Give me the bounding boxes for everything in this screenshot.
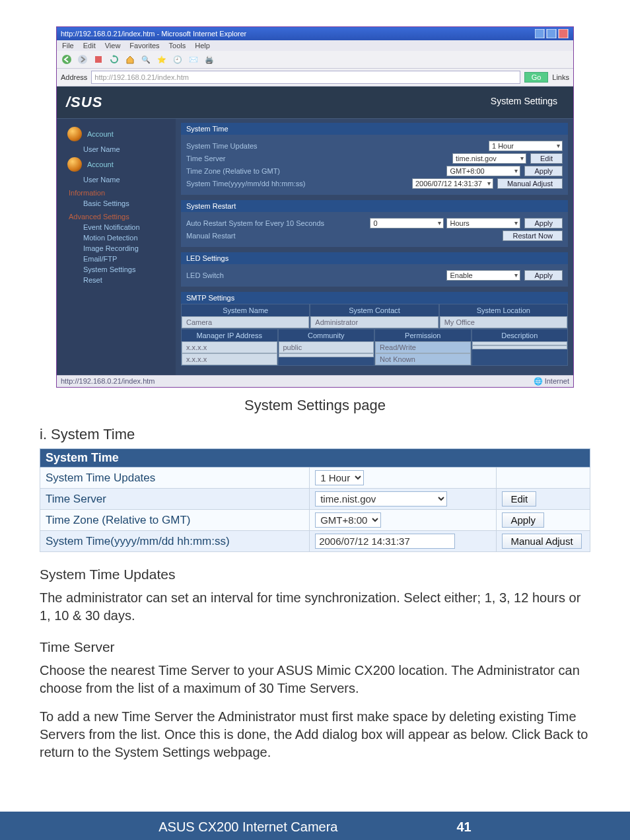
- sidebar-item-motion[interactable]: Motion Detection: [63, 232, 176, 243]
- menu-edit[interactable]: Edit: [83, 42, 96, 50]
- manual-adjust-button[interactable]: Manual Adjust: [497, 178, 563, 189]
- menu-file[interactable]: File: [62, 42, 74, 50]
- svg-point-4: [78, 55, 87, 64]
- window-buttons[interactable]: [535, 29, 569, 38]
- apply-button[interactable]: Apply: [502, 512, 544, 528]
- sidebar-label: Account: [87, 130, 114, 138]
- links-label[interactable]: Links: [552, 73, 569, 81]
- content: System Time System Time Updates1 Hour Ti…: [176, 119, 573, 375]
- address-input[interactable]: [91, 71, 520, 84]
- panel-led: LED Settings LED SwitchEnableApply: [181, 252, 568, 287]
- home-icon[interactable]: [124, 53, 136, 65]
- sidebar-item-system[interactable]: System Settings: [63, 264, 176, 275]
- favorites-icon[interactable]: ⭐: [156, 53, 168, 65]
- orb-icon: [67, 127, 82, 141]
- manual-adjust-button[interactable]: Manual Adjust: [502, 534, 581, 549]
- select-system-time-updates[interactable]: 1 Hour: [315, 470, 364, 485]
- search-icon[interactable]: 🔍: [140, 53, 152, 65]
- section-heading-system-time: i. System Time: [40, 426, 590, 443]
- panel-title: System Restart: [181, 200, 568, 212]
- input-system-time[interactable]: [315, 534, 455, 549]
- address-bar-row: Address Go Links: [57, 69, 573, 87]
- select-restart-unit[interactable]: Hours: [446, 218, 520, 228]
- mail-icon[interactable]: ✉️: [188, 53, 199, 65]
- refresh-icon[interactable]: [108, 53, 120, 65]
- apply-button[interactable]: Apply: [524, 270, 563, 281]
- sidebar-item-image[interactable]: Image Recording: [63, 243, 176, 254]
- back-icon[interactable]: [61, 53, 73, 65]
- apply-button[interactable]: Apply: [524, 166, 563, 176]
- menu-tools[interactable]: Tools: [169, 42, 186, 50]
- select-led[interactable]: Enable: [446, 270, 520, 281]
- sidebar-sub-1[interactable]: User Name: [63, 144, 176, 155]
- apply-button[interactable]: Apply: [524, 218, 563, 228]
- select-time-server[interactable]: time.nist.gov: [315, 491, 447, 507]
- select-server[interactable]: time.nist.gov: [452, 153, 526, 164]
- sidebar-group-advanced: Advanced Settings: [63, 209, 176, 222]
- go-button[interactable]: Go: [524, 72, 549, 83]
- sidebar-item-account-2[interactable]: Account: [63, 155, 176, 174]
- select-time-zone[interactable]: GMT+8:00: [315, 512, 381, 528]
- statusbar: http://192.168.0.21/index.htm 🌐 Internet: [57, 375, 573, 387]
- system-time-table: System Time System Time Updates 1 Hour T…: [40, 448, 590, 552]
- select-restart-n[interactable]: 0: [370, 218, 444, 228]
- svg-point-3: [62, 55, 71, 64]
- paragraph: The administrator can set an interval fo…: [40, 589, 590, 625]
- cell[interactable]: x.x.x.x: [182, 353, 277, 365]
- lbl: Manual Restart: [186, 232, 338, 240]
- browser-window: http://192.168.0.21/index.htm - Microsof…: [56, 26, 574, 388]
- row-label: System Time Updates: [40, 468, 310, 489]
- page-number: 41: [457, 820, 472, 835]
- svg-rect-0: [535, 29, 544, 38]
- lbl: System Time(yyyy/mm/dd hh:mm:ss): [186, 180, 338, 188]
- sidebar-sub-2[interactable]: User Name: [63, 174, 176, 185]
- cell[interactable]: x.x.x.x: [182, 341, 277, 353]
- panel-title: LED Settings: [181, 252, 568, 264]
- window-title: http://192.168.0.21/index.htm - Microsof…: [61, 30, 246, 38]
- input-time[interactable]: 2006/07/12 14:31:37: [412, 178, 493, 189]
- lbl: Auto Restart System for Every 10 Seconds: [186, 219, 338, 227]
- sidebar: Account User Name Account User Name Info…: [57, 119, 176, 375]
- sidebar-item-reset[interactable]: Reset: [63, 275, 176, 285]
- cell[interactable]: Camera: [182, 316, 309, 328]
- stop-icon[interactable]: [92, 53, 104, 65]
- menu-help[interactable]: Help: [195, 42, 210, 50]
- col-head: Permission: [375, 330, 471, 341]
- cell[interactable]: My Office: [440, 316, 567, 328]
- panel-title: System Time: [181, 123, 568, 135]
- sidebar-item-email[interactable]: Email/FTP: [63, 254, 176, 264]
- sidebar-item-event[interactable]: Event Notification: [63, 222, 176, 232]
- browser-titlebar: http://192.168.0.21/index.htm - Microsof…: [57, 27, 573, 40]
- cell[interactable]: Administrator: [310, 316, 438, 328]
- sidebar-item-basic[interactable]: Basic Settings: [63, 198, 176, 209]
- sidebar-item-account-1[interactable]: Account: [63, 124, 176, 144]
- select-updates[interactable]: 1 Hour: [489, 141, 563, 151]
- panel-smtp: SMTP Settings System NameCamera System C…: [181, 292, 568, 366]
- address-label: Address: [61, 73, 87, 81]
- paragraph: To add a new Time Server the Administrat…: [40, 708, 590, 761]
- browser-menubar: File Edit View Favorites Tools Help: [57, 40, 573, 51]
- cell[interactable]: Not Known: [375, 353, 471, 365]
- svg-rect-2: [559, 29, 568, 38]
- menu-view[interactable]: View: [105, 42, 121, 50]
- panel-system-time: System Time System Time Updates1 Hour Ti…: [181, 123, 568, 195]
- cell[interactable]: [279, 353, 374, 357]
- browser-toolbar: 🔍 ⭐ 🕘 ✉️ 🖨️: [57, 51, 573, 69]
- col-head: System Location: [440, 304, 567, 316]
- cell[interactable]: [472, 345, 568, 349]
- restart-now-button[interactable]: Restart Now: [503, 230, 563, 241]
- menu-fav[interactable]: Favorites: [129, 42, 159, 50]
- panel-system-restart: System Restart Auto Restart System for E…: [181, 200, 568, 247]
- cell[interactable]: Read/Write: [375, 341, 471, 353]
- forward-icon[interactable]: [77, 53, 88, 65]
- print-icon[interactable]: 🖨️: [203, 53, 215, 65]
- select-tz[interactable]: GMT+8:00: [446, 166, 520, 176]
- status-left: http://192.168.0.21/index.htm: [61, 377, 155, 386]
- edit-button[interactable]: Edit: [502, 491, 536, 507]
- lbl: System Time Updates: [186, 142, 338, 150]
- sidebar-group-info: Information: [63, 185, 176, 198]
- table-title: System Time: [40, 449, 590, 468]
- history-icon[interactable]: 🕘: [172, 53, 184, 65]
- cell[interactable]: public: [279, 341, 374, 353]
- edit-button[interactable]: Edit: [530, 153, 563, 164]
